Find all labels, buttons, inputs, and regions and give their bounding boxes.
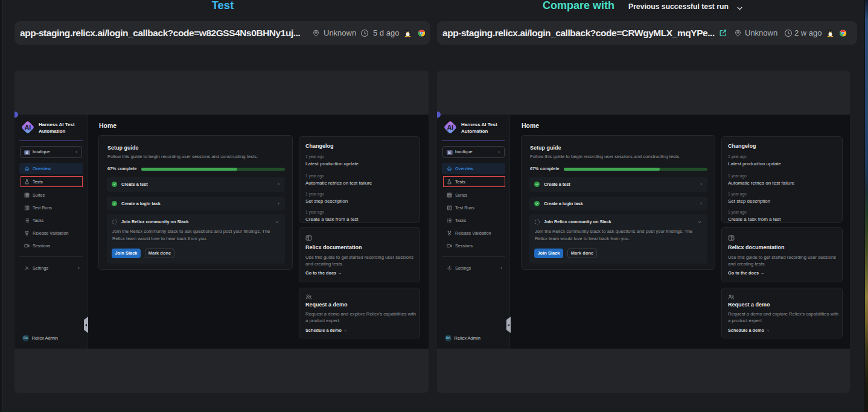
svg-text:AI: AI: [25, 124, 31, 131]
svg-text:AI: AI: [447, 124, 454, 131]
